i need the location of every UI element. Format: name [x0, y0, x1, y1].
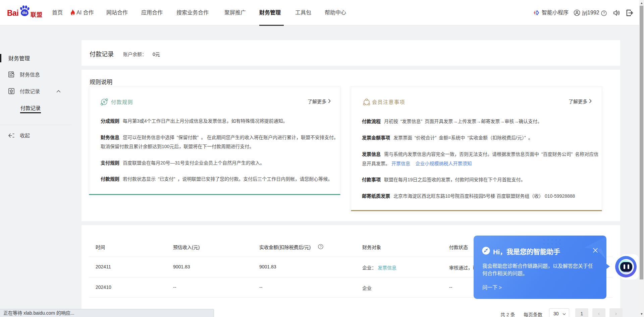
- svg-text:?: ?: [320, 245, 322, 249]
- svg-text:du: du: [22, 10, 27, 15]
- svg-text:?: ?: [603, 11, 605, 15]
